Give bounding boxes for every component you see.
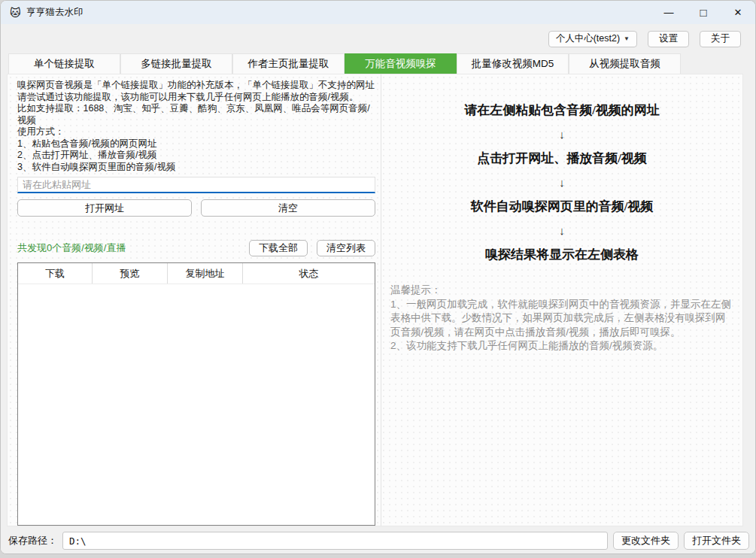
close-button[interactable]: ✕ xyxy=(721,1,755,24)
open-folder-button[interactable]: 打开文件夹 xyxy=(684,532,749,550)
tab-universal-av-sniffer[interactable]: 万能音视频嗅探 xyxy=(345,53,457,74)
app-title: 亨亨猫去水印 xyxy=(27,6,83,19)
save-path-input[interactable] xyxy=(62,532,608,550)
app-window: 🐱 亨亨猫去水印 — □ ✕ 个人中心(test2) ▼ 设置 关于 单个链接提… xyxy=(0,0,756,554)
down-arrow-icon: ↓ xyxy=(390,129,733,140)
clear-url-button[interactable]: 清空 xyxy=(201,199,375,217)
intro-step-2: 2、点击打开网址、播放音频/视频 xyxy=(17,150,375,162)
sniffer-page: 嗅探网页音视频是「单个链接提取」功能的补充版本，「单个链接提取」不支持的网址请尝… xyxy=(7,74,743,526)
open-url-button[interactable]: 打开网址 xyxy=(17,199,192,217)
intro-usage-title: 使用方式： xyxy=(17,126,375,138)
instruction-step-2: 点击打开网址、播放音频/视频 xyxy=(390,150,733,167)
tab-bar: 单个链接提取 多链接批量提取 作者主页批量提取 万能音视频嗅探 批量修改视频MD… xyxy=(1,53,755,74)
results-status-row: 共发现0个音频/视频/直播 下载全部 清空列表 xyxy=(17,240,375,256)
maximize-button[interactable]: □ xyxy=(686,1,721,24)
column-header-copy-address: 复制地址 xyxy=(168,263,243,284)
about-button[interactable]: 关于 xyxy=(700,31,741,47)
title-bar: 🐱 亨亨猫去水印 — □ ✕ xyxy=(1,1,755,24)
instruction-step-4: 嗅探结果将显示在左侧表格 xyxy=(390,246,733,263)
column-header-status: 状态 xyxy=(243,263,375,284)
instructions-panel: 请在左侧粘贴包含音频/视频的网址 ↓ 点击打开网址、播放音频/视频 ↓ 软件自动… xyxy=(381,74,742,526)
window-controls: — □ ✕ xyxy=(651,1,755,24)
header-bar: 个人中心(test2) ▼ 设置 关于 xyxy=(1,24,755,53)
results-table: 下载 预览 复制地址 状态 xyxy=(17,262,375,526)
settings-button[interactable]: 设置 xyxy=(648,31,689,47)
minimize-button[interactable]: — xyxy=(651,1,686,24)
download-all-button[interactable]: 下载全部 xyxy=(249,240,308,256)
tips-section: 温馨提示： 1、一般网页加载完成，软件就能嗅探到网页中的音视频资源，并显示在左侧… xyxy=(390,284,733,353)
change-folder-button[interactable]: 更改文件夹 xyxy=(613,532,679,550)
instruction-steps: 请在左侧粘贴包含音频/视频的网址 ↓ 点击打开网址、播放音频/视频 ↓ 软件自动… xyxy=(390,102,733,263)
tab-author-page-batch-extract[interactable]: 作者主页批量提取 xyxy=(232,53,345,74)
url-input[interactable] xyxy=(17,177,375,193)
results-table-header: 下载 预览 复制地址 状态 xyxy=(18,263,375,284)
save-path-label: 保存路径： xyxy=(8,534,57,547)
account-menu-button[interactable]: 个人中心(test2) ▼ xyxy=(548,31,637,47)
down-arrow-icon: ↓ xyxy=(390,177,733,188)
app-icon: 🐱 xyxy=(10,8,21,18)
intro-step-3: 3、软件自动嗅探网页里面的音频/视频 xyxy=(17,162,375,174)
results-table-body xyxy=(18,284,375,525)
tip-item-2: 2、该功能支持下载几乎任何网页上能播放的音频/视频资源。 xyxy=(390,339,732,353)
clear-list-button[interactable]: 清空列表 xyxy=(317,240,375,256)
account-label: 个人中心(test2) xyxy=(556,32,620,45)
tip-item-1: 1、一般网页加载完成，软件就能嗅探到网页中的音视频资源，并显示在左侧表格中供下载… xyxy=(390,298,732,340)
url-actions-row: 打开网址 清空 xyxy=(17,199,375,217)
found-count-text: 共发现0个音频/视频/直播 xyxy=(17,241,240,256)
intro-paragraph: 嗅探网页音视频是「单个链接提取」功能的补充版本，「单个链接提取」不支持的网址请尝… xyxy=(17,80,375,103)
down-arrow-icon: ↓ xyxy=(390,225,733,236)
save-path-bar: 保存路径： 更改文件夹 打开文件夹 xyxy=(1,526,755,554)
tab-extract-audio-from-video[interactable]: 从视频提取音频 xyxy=(569,53,681,74)
tips-title: 温馨提示： xyxy=(390,284,732,298)
tab-batch-modify-md5[interactable]: 批量修改视频MD5 xyxy=(457,53,569,74)
intro-text: 嗅探网页音视频是「单个链接提取」功能的补充版本，「单个链接提取」不支持的网址请尝… xyxy=(17,80,375,173)
tab-single-link-extract[interactable]: 单个链接提取 xyxy=(8,53,120,74)
intro-step-1: 1、粘贴包含音频/视频的网页网址 xyxy=(17,138,375,150)
column-header-preview: 预览 xyxy=(93,263,168,284)
instruction-step-3: 软件自动嗅探网页里的音频/视频 xyxy=(390,198,733,215)
sniffer-left-panel: 嗅探网页音视频是「单个链接提取」功能的补充版本，「单个链接提取」不支持的网址请尝… xyxy=(8,74,381,526)
caret-down-icon: ▼ xyxy=(624,35,630,42)
instruction-step-1: 请在左侧粘贴包含音频/视频的网址 xyxy=(390,102,733,119)
column-header-download: 下载 xyxy=(18,263,93,284)
tab-multi-link-batch-extract[interactable]: 多链接批量提取 xyxy=(120,53,232,74)
intro-examples: 比如支持提取：1688、淘宝、知乎、豆瓣、酷狗、京东、凤凰网、唯品会等网页音频/… xyxy=(17,103,375,126)
